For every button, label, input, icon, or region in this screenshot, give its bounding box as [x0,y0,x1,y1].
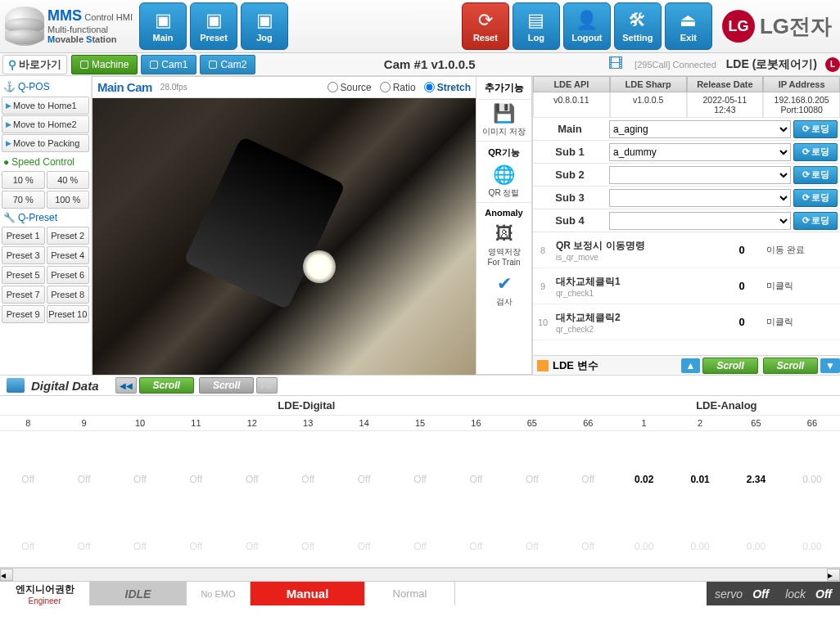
link-icon: ⚓ [3,81,16,92]
preset-4-button[interactable]: Preset 4 [47,246,90,264]
train-save-button[interactable]: 🖼영역저장 For Train [476,220,531,270]
preset-3-button[interactable]: Preset 3 [2,246,45,264]
lg-text: LG전자 [760,12,832,41]
exit-button[interactable]: ⏏Exit [665,2,712,50]
preset-10-button[interactable]: Preset 10 [47,305,90,323]
slot-select-0[interactable]: a_aging [609,120,791,138]
preset-8-button[interactable]: Preset 8 [47,286,90,304]
globe-icon: 🌐 [478,164,530,186]
dd-col: 13 [280,415,336,431]
digital-data-title: Digital Data [31,379,99,393]
log-button[interactable]: ▤Log [513,2,560,50]
var-row: 9대차교체클릭1qr_check10미클릭 [533,268,840,304]
mms-subtitle: Control HMI [84,12,133,22]
speed-header: ●Speed Control [2,153,89,171]
logout-button[interactable]: 👤Logout [563,2,611,50]
dd-cell: Off [0,461,56,498]
camera-fps: 28.0fps [160,83,187,92]
preset-1-button[interactable]: Preset 1 [2,227,45,245]
dd-cell: 0.00 [784,528,840,565]
save-image-button[interactable]: 💾이미지 저장 [476,100,531,141]
scroll-right-tip[interactable]: ▸ [827,569,840,581]
loading-button-2[interactable]: 로딩 [793,166,838,184]
dd-cell: Off [336,461,391,498]
play-icon: ▶ [6,120,11,128]
dd-cell: 0.01 [672,461,728,498]
tab-cam1[interactable]: Cam1 [141,55,196,74]
lg-brand: LG LG전자 [714,10,840,43]
radio-source[interactable]: Source [327,82,372,93]
move-home2-button[interactable]: ▶Move to Home2 [2,115,89,133]
digital-data-icon [7,378,25,393]
calendar-icon: ▤ [527,10,544,31]
move-packing-button[interactable]: ▶Move to Packing [2,134,89,152]
loading-button-0[interactable]: 로딩 [793,120,838,138]
preset-9-button[interactable]: Preset 9 [2,305,45,323]
dd-scroll-button-1[interactable]: Scroll [139,377,194,394]
qr-align-button[interactable]: 🌐QR 정렬 [476,161,531,202]
dd-col: 65 [504,415,560,431]
speed-100-button[interactable]: 100 % [47,191,90,209]
dd-col: 66 [560,415,616,431]
square-icon [80,61,88,69]
preset-7-button[interactable]: Preset 7 [2,286,45,304]
dd-col: 8 [0,415,56,431]
dd-cell: 0.00 [616,528,671,565]
main-button[interactable]: ▣Main [139,2,187,50]
slot-select-1[interactable]: a_dummy [609,143,791,161]
move-home1-button[interactable]: ▶Move to Home1 [2,97,89,115]
preset-button[interactable]: ▣Preset [190,2,237,50]
info-val-sharp: v1.0.0.5 [610,92,687,118]
dd-cell: Off [448,461,504,498]
servo-status: servoOff [707,582,777,605]
slot-select-4[interactable] [609,212,791,230]
dd-col: 65 [728,415,784,431]
horizontal-scrollbar[interactable]: ◂▸ [0,568,840,581]
slot-select-3[interactable] [609,189,791,207]
down-arrow-icon[interactable]: ▼ [820,358,840,373]
scroll-button-1[interactable]: Scroll [702,358,757,374]
preset-5-button[interactable]: Preset 5 [2,266,45,284]
loading-button-1[interactable]: 로딩 [793,143,838,161]
camera-view [93,98,476,375]
scroll-right-button[interactable]: ▶▶ [256,377,278,394]
lde-title: LDE (로봇제어기) [721,57,822,72]
status-idle: IDLE [90,582,187,605]
jog-button[interactable]: ▣Jog [241,2,288,50]
dd-col: 1 [616,415,671,431]
preset-6-button[interactable]: Preset 6 [47,266,90,284]
scroll-left-tip[interactable]: ◂ [0,569,13,581]
radio-ratio[interactable]: Ratio [380,82,416,93]
up-arrow-icon[interactable]: ▲ [681,358,701,373]
dd-cell: 2.34 [728,461,784,498]
dd-cell: Off [504,461,560,498]
anomaly-section: Anomaly [476,202,531,220]
scroll-left-button[interactable]: ◀◀ [115,377,137,394]
speed-40-button[interactable]: 40 % [47,171,90,189]
loading-button-4[interactable]: 로딩 [793,212,838,230]
reset-button[interactable]: ⟳Reset [462,2,509,50]
setting-button[interactable]: 🛠Setting [614,2,662,50]
speed-10-button[interactable]: 10 % [2,171,45,189]
speed-70-button[interactable]: 70 % [2,191,45,209]
dd-col: 2 [672,415,728,431]
slot-label-0: Main [533,123,607,135]
dd-cell: Off [560,461,616,498]
dd-col: 9 [56,415,111,431]
dd-col: 15 [392,415,448,431]
tab-cam2[interactable]: Cam2 [200,55,255,74]
camera-name: Main Cam [97,80,152,94]
preset-2-button[interactable]: Preset 2 [47,227,90,245]
inspect-button[interactable]: ✔검사 [476,270,531,311]
scroll-button-2[interactable]: Scroll [763,358,818,374]
dot-icon: ● [3,156,9,168]
loading-button-3[interactable]: 로딩 [793,189,838,207]
dd-cell: Off [336,528,391,565]
dd-scroll-button-2[interactable]: Scroll [199,377,254,394]
sidebar: ⚓Q-POS ▶Move to Home1 ▶Move to Home2 ▶Mo… [0,76,92,375]
tab-machine[interactable]: Machine [71,55,138,74]
radio-stretch[interactable]: Stretch [424,82,471,93]
boxes-icon: ▣ [256,10,273,31]
slot-select-2[interactable] [609,166,791,184]
slot-label-3: Sub 3 [533,191,607,204]
